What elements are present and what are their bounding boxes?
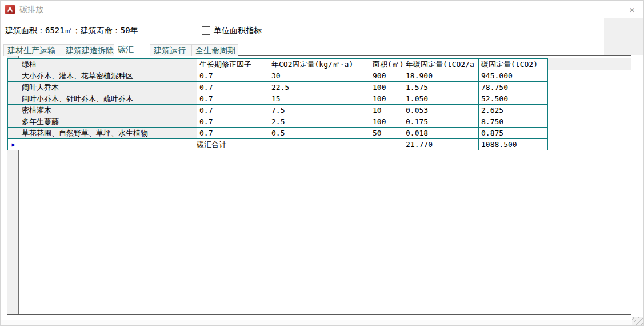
table-row: 大小乔木、灌木、花草密植混种区 0.7 30 900 18.900 945.00… (8, 70, 548, 82)
cell-plant: 密植灌木 (19, 105, 197, 116)
current-row-selector[interactable]: ▶ (8, 139, 19, 150)
cell-co2-rate[interactable]: 7.5 (269, 105, 370, 116)
cell-total: 0.875 (479, 128, 548, 139)
cell-factor[interactable]: 0.7 (197, 128, 269, 139)
window-title: 碳排放 (19, 5, 43, 15)
cell-factor[interactable]: 0.7 (197, 93, 269, 105)
cell-area[interactable]: 100 (370, 116, 403, 128)
building-info-text: 建筑面积：6521㎡；建筑寿命：50年 (5, 26, 138, 36)
total-annual-value: 21.770 (403, 139, 479, 150)
tab-material-production[interactable]: 建材生产运输 (3, 44, 62, 56)
title-bar: 碳排放 ✕ (1, 1, 643, 18)
col-header-factor: 生长期修正因子 (197, 59, 269, 70)
cell-co2-rate[interactable]: 2.5 (269, 116, 370, 128)
app-logo-icon (5, 5, 15, 14)
table-row: 阔叶大乔木 0.7 22.5 100 1.575 78.750 (8, 82, 548, 93)
row-selector[interactable] (8, 105, 19, 116)
cell-total: 2.625 (479, 105, 548, 116)
cell-total: 52.500 (479, 93, 548, 105)
carbon-sink-grid-panel: 绿植 生长期修正因子 年CO2固定量(kg/㎡·a) 面积(㎡) 年碳固定量(t… (7, 55, 631, 315)
info-bar: 建筑面积：6521㎡；建筑寿命：50年 单位面积指标 (1, 18, 604, 44)
cell-annual: 0.018 (403, 128, 479, 139)
row-selector[interactable] (8, 93, 19, 105)
col-header-total-fixed: 碳固定量(tCO2) (479, 59, 548, 70)
tab-whole-lifecycle[interactable]: 全生命周期 (191, 44, 238, 56)
dialog-background-area (604, 18, 644, 55)
column-header-filler (547, 58, 631, 70)
tab-construction-demolition[interactable]: 建筑建造拆除 (62, 44, 114, 56)
col-header-area: 面积(㎡) (370, 59, 403, 70)
table-row: 多年生蔓藤 0.7 2.5 100 0.175 8.750 (8, 116, 548, 128)
table-row: 阔叶小乔木、针叶乔木、疏叶乔木 0.7 15 100 1.050 52.500 (8, 93, 548, 105)
col-header-plant: 绿植 (19, 59, 197, 70)
table-row: 草花花圃、自然野草、草坪、水生植物 0.7 0.5 50 0.018 0.875 (8, 128, 548, 139)
cell-total: 8.750 (479, 116, 548, 128)
cell-area[interactable]: 50 (370, 128, 403, 139)
cell-co2-rate[interactable]: 15 (269, 93, 370, 105)
cell-factor[interactable]: 0.7 (197, 82, 269, 93)
carbon-sink-table: 绿植 生长期修正因子 年CO2固定量(kg/㎡·a) 面积(㎡) 年碳固定量(t… (7, 58, 548, 150)
cell-annual: 0.175 (403, 116, 479, 128)
cell-plant: 多年生蔓藤 (19, 116, 197, 128)
resize-grip-icon[interactable] (632, 317, 643, 325)
total-row: ▶ 碳汇合计 21.770 1088.500 (8, 139, 548, 150)
total-value: 1088.500 (479, 139, 548, 150)
cell-factor[interactable]: 0.7 (197, 70, 269, 82)
cell-co2-rate[interactable]: 0.5 (269, 128, 370, 139)
cell-total: 78.750 (479, 82, 548, 93)
carbon-emission-dialog: 碳排放 ✕ 建筑面积：6521㎡；建筑寿命：50年 单位面积指标 建材生产运输 … (0, 0, 644, 326)
row-selector[interactable] (8, 70, 19, 82)
cell-annual: 1.575 (403, 82, 479, 93)
tab-carbon-sink[interactable]: 碳汇 (114, 43, 150, 56)
close-icon[interactable]: ✕ (626, 4, 638, 15)
unit-area-checkbox-label: 单位面积指标 (214, 26, 262, 36)
cell-plant: 阔叶小乔木、针叶乔木、疏叶乔木 (19, 93, 197, 105)
unit-area-checkbox[interactable] (202, 26, 210, 35)
cell-area[interactable]: 100 (370, 93, 403, 105)
cell-area[interactable]: 100 (370, 82, 403, 93)
row-selector[interactable] (8, 116, 19, 128)
table-header-row: 绿植 生长期修正因子 年CO2固定量(kg/㎡·a) 面积(㎡) 年碳固定量(t… (8, 59, 548, 70)
cell-plant: 大小乔木、灌木、花草密植混种区 (19, 70, 197, 82)
cell-annual: 18.900 (403, 70, 479, 82)
cell-co2-rate[interactable]: 22.5 (269, 82, 370, 93)
cell-annual: 1.050 (403, 93, 479, 105)
cell-area[interactable]: 10 (370, 105, 403, 116)
bottom-strip (1, 320, 643, 325)
tab-building-operation[interactable]: 建筑运行 (150, 44, 192, 56)
cell-plant: 阔叶大乔木 (19, 82, 197, 93)
tab-strip: 建材生产运输 建筑建造拆除 碳汇 建筑运行 全生命周期 (3, 43, 238, 56)
col-header-annual-fixed: 年碳固定量(tCO2/a (403, 59, 479, 70)
table-row: 密植灌木 0.7 7.5 10 0.053 2.625 (8, 105, 548, 116)
cell-annual: 0.053 (403, 105, 479, 116)
cell-plant: 草花花圃、自然野草、草坪、水生植物 (19, 128, 197, 139)
current-row-marker-icon: ▶ (11, 141, 15, 148)
cell-factor[interactable]: 0.7 (197, 116, 269, 128)
cell-area[interactable]: 900 (370, 70, 403, 82)
col-header-co2-rate: 年CO2固定量(kg/㎡·a) (269, 59, 370, 70)
row-selector[interactable] (8, 128, 19, 139)
row-selector[interactable] (8, 82, 19, 93)
row-selector-header (8, 59, 19, 70)
cell-total: 945.000 (479, 70, 548, 82)
cell-factor[interactable]: 0.7 (197, 105, 269, 116)
cell-co2-rate[interactable]: 30 (269, 70, 370, 82)
total-row-label: 碳汇合计 (19, 139, 403, 150)
